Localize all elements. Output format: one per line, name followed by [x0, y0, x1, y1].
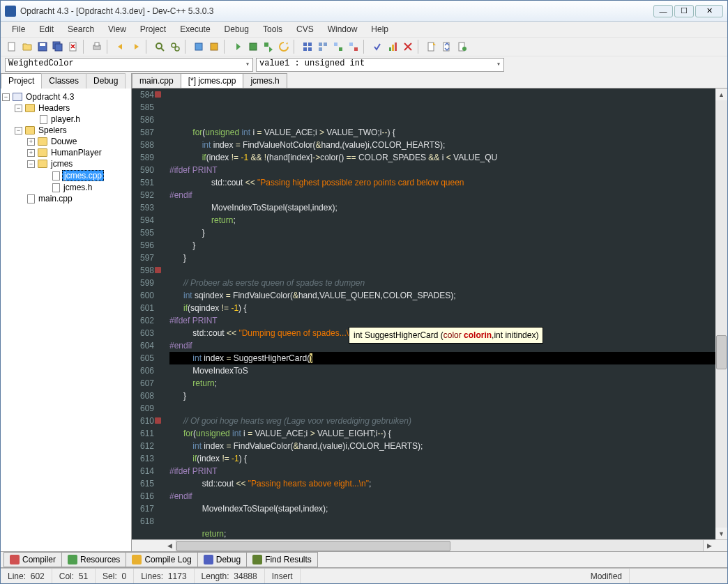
tree-folder-headers[interactable]: −Headers: [2, 102, 130, 114]
code-line[interactable]: return;: [169, 377, 715, 390]
output-tab-compile-log[interactable]: Compile Log: [126, 552, 197, 567]
goto-bookmark-button[interactable]: [207, 40, 221, 54]
expand-icon[interactable]: +: [27, 149, 35, 157]
menu-debug[interactable]: Debug: [218, 22, 256, 36]
code-line[interactable]: [169, 515, 715, 528]
goto-button[interactable]: [455, 40, 469, 54]
code-line[interactable]: MoveIndexToS: [169, 364, 715, 377]
redo-button[interactable]: [129, 40, 143, 54]
code-line[interactable]: // Of gooi hoge hearts weg (Lage voor ve…: [169, 415, 715, 427]
code-line[interactable]: #ifdef PRINT: [169, 465, 715, 477]
editor-tab[interactable]: [*] jcmes.cpp: [181, 73, 244, 88]
undo-button[interactable]: [114, 40, 128, 54]
expand-icon[interactable]: +: [27, 138, 35, 146]
scroll-down-icon[interactable]: ▼: [715, 528, 727, 539]
tree-folder-humanplayer[interactable]: +HumanPlayer: [2, 147, 130, 158]
compile-run-button[interactable]: [261, 40, 275, 54]
code-line[interactable]: int index = FindValueNotColor(&hand,(val…: [169, 139, 715, 151]
remove-file-button[interactable]: [347, 40, 361, 54]
code-line[interactable]: }: [169, 239, 715, 252]
code-line[interactable]: }: [169, 226, 715, 239]
editor-tab[interactable]: jcmes.h: [243, 73, 287, 88]
insert-button[interactable]: [425, 40, 439, 54]
output-tab-debug[interactable]: Debug: [197, 552, 247, 567]
status-insert-mode[interactable]: Insert: [265, 569, 301, 583]
scope-dropdown[interactable]: WeightedColor: [5, 58, 253, 72]
tree-folder-jcmes[interactable]: −jcmes: [2, 158, 130, 169]
rebuild-button[interactable]: [277, 40, 291, 54]
code-line[interactable]: MoveIndexToStapel(stapel,index);: [169, 201, 715, 214]
code-line[interactable]: for(unsigned int i = VALUE_ACE;i > VALUE…: [169, 126, 715, 139]
code-line[interactable]: int sqindex = FindValueColor(&hand,VALUE…: [169, 289, 715, 302]
toggle-bookmark-button[interactable]: [192, 40, 206, 54]
output-tab-resources[interactable]: Resources: [61, 552, 126, 567]
add-file-button[interactable]: [331, 40, 345, 54]
close-button[interactable]: ✕: [695, 5, 723, 17]
print-button[interactable]: [90, 40, 104, 54]
code-line[interactable]: #ifdef PRINT: [169, 314, 715, 327]
menu-file[interactable]: File: [5, 22, 32, 36]
horizontal-scrollbar[interactable]: ◀ ▶: [132, 539, 727, 551]
scroll-thumb[interactable]: [716, 335, 727, 369]
code-line[interactable]: #endif: [169, 189, 715, 201]
code-line[interactable]: std::cout << "Passing hearts above eight…: [169, 477, 715, 490]
delete-profile-button[interactable]: [401, 40, 415, 54]
project-options-button[interactable]: [316, 40, 330, 54]
project-tree[interactable]: −Opdracht 4.3 −Headers player.h −Spelers…: [1, 89, 131, 551]
code-editor[interactable]: 5845855865875885895905915925935945955965…: [132, 89, 727, 539]
close-file-button[interactable]: [66, 40, 80, 54]
scroll-left-icon[interactable]: ◀: [164, 540, 176, 552]
tree-file[interactable]: main.cpp: [2, 193, 130, 204]
menu-cvs[interactable]: CVS: [289, 22, 321, 36]
code-line[interactable]: #ifdef PRINT: [169, 164, 715, 176]
code-line[interactable]: std::cout << "Passing highest possible z…: [169, 176, 715, 189]
new-project-button[interactable]: [301, 40, 314, 54]
scroll-up-icon[interactable]: ▲: [715, 89, 727, 100]
find-button[interactable]: [153, 40, 167, 54]
new-file-button[interactable]: [5, 40, 19, 54]
save-button[interactable]: [36, 40, 50, 54]
collapse-icon[interactable]: −: [27, 160, 35, 168]
tree-folder-douwe[interactable]: +Douwe: [2, 136, 130, 147]
code-line[interactable]: for(unsigned int i = VALUE_ACE;i > VALUE…: [169, 427, 715, 440]
code-line[interactable]: #endif: [169, 490, 715, 502]
output-tab-compiler[interactable]: Compiler: [3, 552, 62, 567]
menu-search[interactable]: Search: [61, 22, 101, 36]
vertical-scrollbar[interactable]: ▲ ▼: [715, 89, 727, 539]
debug-button[interactable]: [370, 40, 384, 54]
save-all-button[interactable]: [51, 40, 65, 54]
member-dropdown[interactable]: value1 : unsigned int: [256, 58, 504, 72]
editor-tab[interactable]: main.cpp: [132, 73, 181, 88]
panel-tab-project[interactable]: Project: [1, 73, 42, 89]
code-line[interactable]: [169, 402, 715, 415]
code-line[interactable]: }: [169, 252, 715, 264]
collapse-icon[interactable]: −: [15, 105, 22, 112]
fold-marker[interactable]: [155, 417, 161, 424]
compile-button[interactable]: [231, 40, 245, 54]
tree-root[interactable]: −Opdracht 4.3: [2, 91, 130, 102]
run-button[interactable]: [246, 40, 260, 54]
code-line[interactable]: // Probeer als eerste queen of spades te…: [169, 277, 715, 289]
code-line[interactable]: if(index != -1) {: [169, 452, 715, 465]
open-file-button[interactable]: [20, 40, 34, 54]
scroll-right-icon[interactable]: ▶: [704, 540, 715, 552]
output-tab-find-results[interactable]: Find Results: [246, 552, 318, 567]
code-content[interactable]: int SuggestHigherCard (color colorin,int…: [164, 89, 715, 539]
toggle-button[interactable]: [440, 40, 454, 54]
code-line[interactable]: return;: [169, 214, 715, 226]
fold-marker[interactable]: [155, 267, 161, 273]
code-line[interactable]: [169, 264, 715, 277]
panel-tab-classes[interactable]: Classes: [41, 73, 86, 89]
menu-execute[interactable]: Execute: [173, 22, 217, 36]
maximize-button[interactable]: ☐: [674, 5, 694, 17]
scroll-thumb[interactable]: [176, 541, 450, 551]
tree-file[interactable]: jcmes.h: [2, 182, 130, 193]
fold-marker[interactable]: [155, 91, 161, 98]
collapse-icon[interactable]: −: [15, 127, 22, 135]
code-line[interactable]: if(index != -1 && !(hand[index]->color()…: [169, 151, 715, 164]
menu-tools[interactable]: Tools: [256, 22, 289, 36]
code-line[interactable]: }: [169, 390, 715, 402]
minimize-button[interactable]: —: [653, 5, 673, 17]
tree-file-selected[interactable]: jcmes.cpp: [2, 169, 130, 182]
code-line[interactable]: int index = SuggestHigherCard(): [169, 352, 715, 364]
